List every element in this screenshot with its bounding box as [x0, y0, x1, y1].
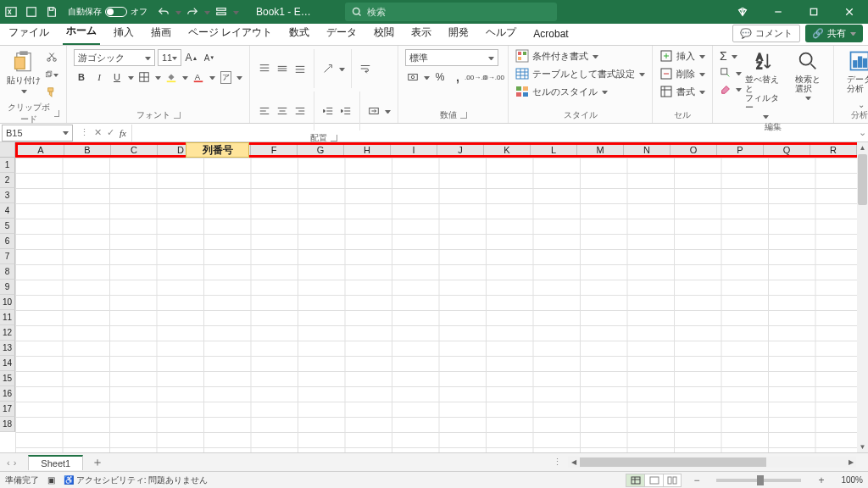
tab-developer[interactable]: 開発	[445, 22, 472, 45]
align-center-icon[interactable]	[275, 103, 290, 119]
tab-formulas[interactable]: 数式	[286, 22, 313, 45]
close-icon[interactable]	[839, 2, 860, 22]
column-header[interactable]: M	[577, 145, 624, 155]
enter-formula-icon[interactable]: ✓	[107, 127, 114, 138]
select-all-corner[interactable]	[0, 142, 15, 158]
row-header[interactable]: 13	[0, 341, 15, 356]
font-size-combo[interactable]: 11	[158, 49, 181, 66]
row-header[interactable]: 17	[0, 402, 15, 417]
increase-indent-icon[interactable]	[338, 103, 353, 119]
share-button[interactable]: 🔗共有	[805, 25, 863, 42]
clear-button[interactable]	[720, 83, 742, 95]
ribbon-collapse-icon[interactable]: ⌄	[858, 100, 865, 109]
font-launcher-icon[interactable]	[174, 112, 181, 119]
cancel-formula-icon[interactable]: ✕	[94, 127, 102, 138]
maximize-icon[interactable]	[804, 2, 824, 22]
number-launcher-icon[interactable]	[460, 112, 467, 119]
undo-icon[interactable]	[156, 4, 171, 19]
column-header[interactable]: I	[391, 145, 437, 155]
column-header[interactable]: P	[717, 145, 764, 155]
align-left-icon[interactable]	[257, 103, 272, 119]
vertical-scrollbar[interactable]: ▲▼	[857, 142, 868, 452]
zoom-in-button[interactable]: +	[815, 474, 827, 486]
column-header[interactable]: K	[484, 145, 531, 155]
italic-button[interactable]: I	[92, 69, 107, 85]
fill-color-icon[interactable]	[164, 69, 179, 85]
data-analysis-button[interactable]: データ 分析	[841, 49, 868, 93]
border-icon[interactable]	[136, 69, 152, 85]
copy-icon[interactable]	[44, 67, 59, 82]
autosum-button[interactable]: Σ	[720, 49, 742, 63]
align-right-icon[interactable]	[292, 103, 308, 119]
cut-icon[interactable]	[44, 49, 59, 64]
column-header[interactable]: H	[344, 145, 391, 155]
increase-font-icon[interactable]: A▲	[184, 50, 199, 65]
align-bottom-icon[interactable]	[292, 61, 308, 76]
tab-view[interactable]: 表示	[408, 22, 435, 45]
diamond-icon[interactable]	[732, 2, 753, 22]
currency-icon[interactable]	[405, 69, 420, 85]
column-header[interactable]: F	[251, 145, 298, 155]
row-header[interactable]: 5	[0, 219, 15, 234]
fill-button[interactable]	[720, 67, 742, 79]
name-box[interactable]: B15	[2, 125, 73, 141]
tab-draw[interactable]: 描画	[147, 22, 175, 45]
row-header[interactable]: 12	[0, 325, 15, 341]
column-header[interactable]: L	[531, 145, 577, 155]
page-layout-view-icon[interactable]	[644, 474, 663, 487]
zoom-slider[interactable]	[716, 479, 801, 482]
tab-insert[interactable]: 挿入	[110, 22, 137, 45]
row-header[interactable]: 15	[0, 371, 15, 386]
row-header[interactable]: 3	[0, 188, 15, 203]
decrease-font-icon[interactable]: A▼	[202, 50, 217, 65]
tab-review[interactable]: 校閲	[370, 22, 398, 45]
zoom-out-button[interactable]: −	[690, 474, 703, 486]
find-select-button[interactable]: 検索と 選択	[789, 49, 826, 101]
normal-view-icon[interactable]	[626, 474, 644, 487]
tab-acrobat[interactable]: Acrobat	[530, 25, 571, 45]
insert-cells-button[interactable]: 挿入	[659, 49, 705, 63]
spreadsheet-grid[interactable]: ABCDEFGHIJKLMNOPQR 列番号 12345678910111213…	[0, 142, 868, 452]
number-format-combo[interactable]: 標準	[405, 49, 498, 66]
sheet-tabs-more-icon[interactable]: ⋮	[553, 457, 563, 468]
column-header[interactable]: J	[437, 145, 484, 155]
row-header[interactable]: 2	[0, 173, 15, 188]
expand-formula-bar-icon[interactable]: ⌄	[856, 127, 868, 138]
redo-icon[interactable]	[185, 4, 200, 19]
comma-icon[interactable]: ,	[450, 69, 465, 85]
sheet-tab[interactable]: Sheet1	[28, 455, 83, 470]
align-top-icon[interactable]	[257, 61, 272, 76]
minimize-icon[interactable]	[768, 2, 788, 22]
row-header[interactable]: 6	[0, 234, 15, 249]
fx-icon[interactable]: fx	[120, 128, 126, 138]
format-cells-button[interactable]: 書式	[659, 85, 705, 98]
cell-styles-button[interactable]: セルのスタイル	[515, 85, 645, 98]
quick-access-more-icon[interactable]	[214, 4, 229, 19]
column-header[interactable]: N	[624, 145, 670, 155]
sort-filter-button[interactable]: AZ並べ替えと フィルター	[745, 49, 786, 119]
row-header[interactable]: 9	[0, 280, 15, 295]
conditional-formatting-button[interactable]: 条件付き書式	[515, 49, 645, 63]
macro-record-icon[interactable]: ▣	[47, 475, 55, 485]
tab-help[interactable]: ヘルプ	[482, 22, 520, 45]
prev-sheet-icon[interactable]: ‹	[7, 458, 10, 468]
tab-page-layout[interactable]: ページ レイアウト	[185, 22, 275, 45]
bold-button[interactable]: B	[74, 69, 89, 85]
row-header[interactable]: 14	[0, 356, 15, 371]
format-as-table-button[interactable]: テーブルとして書式設定	[515, 67, 645, 80]
format-painter-icon[interactable]	[44, 85, 59, 100]
column-headers[interactable]: ABCDEFGHIJKLMNOPQR	[15, 142, 857, 158]
clipboard-launcher-icon[interactable]	[54, 110, 59, 117]
column-header[interactable]: O	[670, 145, 717, 155]
row-header[interactable]: 1	[0, 158, 15, 173]
column-header[interactable]: A	[18, 145, 64, 155]
decrease-indent-icon[interactable]	[320, 103, 336, 119]
save-icon[interactable]	[44, 4, 59, 19]
column-header[interactable]: G	[298, 145, 344, 155]
paste-button[interactable]: 貼り付け	[7, 49, 41, 94]
row-header[interactable]: 16	[0, 386, 15, 402]
comments-button[interactable]: 💬コメント	[732, 25, 800, 42]
align-middle-icon[interactable]	[275, 61, 290, 76]
row-header[interactable]: 8	[0, 264, 15, 280]
orientation-icon[interactable]	[320, 61, 336, 76]
